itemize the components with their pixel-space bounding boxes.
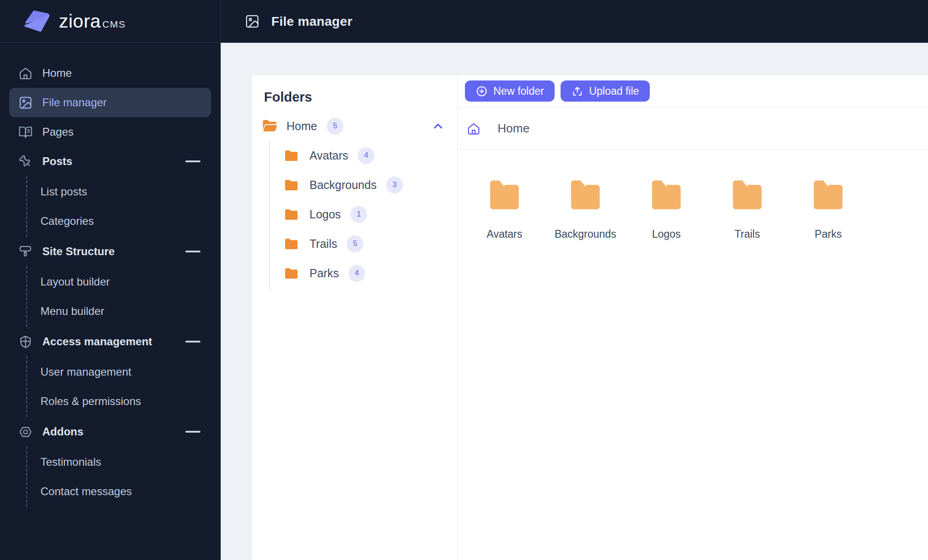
circle-plus-icon [475,85,488,97]
top-header: File manager [221,0,928,43]
folder-count-badge: 1 [350,206,367,223]
new-folder-button[interactable]: New folder [465,80,555,102]
folders-pane: Folders Home 5 [252,75,458,560]
sidebar-item-label: Categories [40,215,94,228]
brand-logo-icon [21,9,52,33]
sidebar-subgroup-site-structure: Layout builder Menu builder [26,266,220,327]
folder-icon [284,208,298,221]
page-title: File manager [271,14,352,29]
sidebar-group-label: Access management [42,335,152,348]
folder-open-icon [262,119,278,133]
folder-icon [284,179,298,191]
folder-count-badge: 5 [327,118,344,135]
tree-item-home[interactable]: Home 5 [252,111,457,141]
sidebar-item-label: User management [40,366,131,378]
grid-folder-label: Backgrounds [555,228,616,240]
sidebar-group-posts[interactable]: Posts [9,147,211,176]
hexagon-nut-icon [18,425,33,439]
folder-icon [284,267,298,280]
shield-icon [18,335,33,349]
folder-icon [284,149,298,162]
tree-item-logos[interactable]: Logos 1 [270,200,457,229]
folder-count-badge: 4 [349,265,365,282]
folder-count-badge: 4 [358,147,374,164]
image-icon [18,96,33,110]
grid-folder-parks[interactable]: Parks [794,177,863,240]
new-folder-button-label: New folder [493,85,544,97]
grid-folder-backgrounds[interactable]: Backgrounds [551,177,620,240]
upload-icon [571,85,584,97]
sidebar-item-label: Home [42,67,72,80]
sidebar-item-contact-messages[interactable]: Contact messages [27,477,220,506]
main-column: File manager Folders Home 5 [221,0,928,560]
toolbar: New folder Upload file [458,75,928,108]
sidebar-item-label: Contact messages [40,485,132,498]
sidebar-item-categories[interactable]: Categories [27,206,220,236]
breadcrumb: Home [458,108,928,150]
grid-folder-label: Logos [652,228,681,240]
sidebar-nav: Home File manager Pages [0,43,220,507]
sidebar-subgroup-addons: Testimonials Contact messages [26,446,220,507]
grid-folder-label: Parks [815,228,842,240]
folders-pane-title: Folders [264,90,457,105]
sidebar-item-roles-permissions[interactable]: Roles & permissions [27,387,220,416]
tree-item-label: Avatars [309,149,348,162]
file-manager-card: Folders Home 5 [251,74,928,560]
sidebar-item-pages[interactable]: Pages [9,117,211,147]
content-area: Folders Home 5 [221,43,928,560]
sidebar-item-testimonials[interactable]: Testimonials [27,447,220,477]
folder-icon [484,177,525,212]
folder-icon [646,177,687,212]
chevron-up-icon[interactable] [432,120,444,132]
book-open-icon [18,125,33,139]
folder-icon [284,238,298,250]
sidebar-item-label: Layout builder [40,275,110,288]
upload-file-button[interactable]: Upload file [561,80,650,102]
sidebar-item-label: File manager [42,96,107,109]
brand-name-text: ziora [59,11,101,32]
paint-roller-icon [18,245,33,259]
tree-item-label: Backgrounds [309,178,377,192]
sidebar-group-addons[interactable]: Addons [9,417,211,446]
brand-suffix-text: CMS [102,19,126,30]
upload-file-button-label: Upload file [589,85,639,97]
sidebar-item-file-manager[interactable]: File manager [9,88,211,117]
files-pane: New folder Upload file [458,75,928,560]
grid-folder-label: Trails [734,228,760,240]
folder-tree: Home 5 Avatars 4 [252,111,457,291]
folder-count-badge: 3 [386,177,403,194]
grid-folder-label: Avatars [487,228,522,240]
tree-item-label: Trails [309,237,337,251]
breadcrumb-current: Home [498,121,529,136]
tree-item-backgrounds[interactable]: Backgrounds 3 [270,170,457,200]
sidebar-item-label: Roles & permissions [40,395,141,408]
sidebar-item-label: List posts [40,185,87,198]
sidebar-item-list-posts[interactable]: List posts [27,177,220,206]
sidebar-item-label: Testimonials [40,456,101,469]
grid-folder-trails[interactable]: Trails [713,177,782,240]
collapse-minus-icon[interactable] [185,431,200,433]
sidebar-group-site-structure[interactable]: Site Structure [9,237,211,266]
tree-item-parks[interactable]: Parks 4 [270,258,457,288]
sidebar-item-layout-builder[interactable]: Layout builder [27,267,220,297]
tree-item-label: Parks [309,267,339,280]
sidebar-item-home[interactable]: Home [9,58,211,88]
home-icon[interactable] [467,122,481,136]
collapse-minus-icon[interactable] [185,341,200,343]
sidebar-item-user-management[interactable]: User management [27,357,220,387]
grid-folder-avatars[interactable]: Avatars [470,177,539,240]
collapse-minus-icon[interactable] [185,160,200,162]
tree-item-label: Home [286,120,317,133]
sidebar-item-menu-builder[interactable]: Menu builder [27,297,220,326]
tree-item-avatars[interactable]: Avatars 4 [270,141,457,170]
brand-name: ziora CMS [59,11,126,32]
folder-icon [727,177,768,212]
sidebar: ziora CMS Home File manager [0,0,221,560]
sidebar-group-access-management[interactable]: Access management [9,327,211,356]
collapse-minus-icon[interactable] [185,251,200,252]
sidebar-item-label: Pages [42,126,74,138]
tree-item-trails[interactable]: Trails 5 [270,229,457,258]
image-icon [245,14,260,29]
grid-folder-logos[interactable]: Logos [632,177,701,240]
tree-children: Avatars 4 Backgrounds 3 [269,141,457,291]
